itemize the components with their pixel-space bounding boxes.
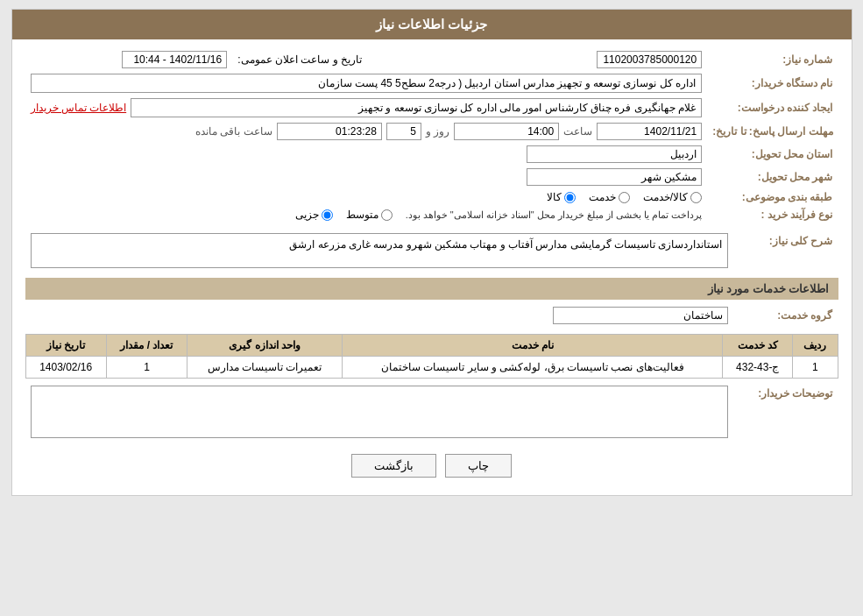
back-button[interactable]: بازگشت xyxy=(351,454,436,478)
khadamat-section-header: اطلاعات خدمات مورد نیاز xyxy=(25,278,838,300)
cell-vahad: تعمیرات تاسیسات مدارس xyxy=(187,357,343,379)
mohlat-label: مهلت ارسال پاسخ: تا تاریخ: xyxy=(707,120,838,143)
gorooh-khedmat-value: ساختمان xyxy=(553,307,728,324)
info-link[interactable]: اطلاعات تماس خریدار xyxy=(31,102,127,114)
cell-name: فعالیت‌های نصب تاسیسات برق، لوله‌کشی و س… xyxy=(343,357,723,379)
radio-kala-khedmat-input[interactable] xyxy=(690,192,702,203)
radio-jozi-input[interactable] xyxy=(322,209,333,221)
radio-khedmat-label: خدمت xyxy=(589,191,616,203)
tozihat-table: توضیحات خریدار: xyxy=(25,383,838,443)
nooa-group: پرداخت تمام یا بخشی از مبلغ خریدار محل "… xyxy=(31,209,703,221)
rooz-label: روز و xyxy=(426,125,449,138)
date-label: تاریخ و ساعت اعلان عمومی: xyxy=(232,48,473,71)
radio-mottaset-input[interactable] xyxy=(381,209,393,221)
table-row: 1ج-43-432فعالیت‌های نصب تاسیسات برق، لول… xyxy=(25,357,838,379)
radio-kala-khedmat-label: کالا/خدمت xyxy=(643,191,688,203)
cell-tedad: 1 xyxy=(106,357,187,379)
sharh-table: شرح کلی نیاز: استانداردسازی تاسیسات گرما… xyxy=(25,230,838,271)
nam-dastgah-value: اداره کل نوسازی توسعه و تجهیز مدارس استا… xyxy=(31,74,703,93)
ostan-value: اردبیل xyxy=(527,145,702,163)
ijad-konande-row: غلام جهانگیری فره چناق کارشناس امور مالی… xyxy=(31,98,703,117)
radio-kala-khedmat: کالا/خدمت xyxy=(643,191,702,203)
nooa-farayand-label: نوع فرآیند خرید : xyxy=(707,206,838,223)
radio-jozi-label: جزیی xyxy=(295,209,319,221)
tabaqe-group: کالا/خدمت خدمت کالا xyxy=(31,191,703,203)
mohlat-row: 1402/11/21 ساعت 14:00 روز و 5 01:23:28 س… xyxy=(31,123,703,140)
cell-code: ج-43-432 xyxy=(723,357,793,379)
mohlat-date: 1402/11/21 xyxy=(597,123,702,140)
nooa-note: پرداخت تمام یا بخشی از مبلغ خریدار محل "… xyxy=(406,209,703,221)
mohlat-rooz: 5 xyxy=(386,123,421,140)
nam-dastgah-label: نام دستگاه خریدار: xyxy=(707,71,838,96)
col-tarikh: تاریخ نیاز xyxy=(25,335,106,357)
tozihat-textarea[interactable] xyxy=(31,386,728,438)
page-title: جزئیات اطلاعات نیاز xyxy=(12,10,852,39)
col-name: نام خدمت xyxy=(343,335,723,357)
cell-tarikh: 1403/02/16 xyxy=(25,357,106,379)
shahr-value: مشکین شهر xyxy=(527,168,702,186)
tabaqe-label: طبقه بندی موضوعی: xyxy=(707,188,838,206)
shomara-label: شماره نیاز: xyxy=(707,48,838,71)
ijad-konande-label: ایجاد کننده درخواست: xyxy=(707,96,838,120)
services-table: ردیف کد خدمت نام خدمت واحد اندازه گیری ت… xyxy=(25,334,838,379)
mohlat-mande: 01:23:28 xyxy=(277,123,382,140)
sharh-niaz-label: شرح کلی نیاز: xyxy=(733,230,838,271)
saat-label: ساعت xyxy=(563,125,592,138)
button-row: چاپ بازگشت xyxy=(25,454,838,478)
ijad-konande-value: غلام جهانگیری فره چناق کارشناس امور مالی… xyxy=(131,98,702,117)
print-button[interactable]: چاپ xyxy=(445,454,512,478)
radio-khedmat-input[interactable] xyxy=(619,192,630,203)
main-container: جزئیات اطلاعات نیاز شماره نیاز: 11020037… xyxy=(11,9,852,496)
radio-kala-label: کالا xyxy=(547,191,562,203)
shomara-niaz-value: 1102003785000120 xyxy=(597,51,702,68)
gorooh-table: گروه خدمت: ساختمان xyxy=(25,304,838,327)
col-code: کد خدمت xyxy=(723,335,793,357)
cell-radif: 1 xyxy=(793,357,838,379)
content-area: شماره نیاز: 1102003785000120 تاریخ و ساع… xyxy=(12,39,852,495)
radio-kala-input[interactable] xyxy=(564,192,576,203)
shomara-value-cell: 1102003785000120 xyxy=(500,48,708,71)
ostan-label: استان محل تحویل: xyxy=(707,143,838,166)
radio-jozi: جزیی xyxy=(295,209,333,221)
col-vahad: واحد اندازه گیری xyxy=(187,335,343,357)
col-radif: ردیف xyxy=(793,335,838,357)
radio-mottaset: متوسط xyxy=(346,209,393,221)
tozihat-label: توضیحات خریدار: xyxy=(733,383,838,443)
top-info-table: شماره نیاز: 1102003785000120 تاریخ و ساع… xyxy=(25,48,838,223)
radio-khedmat: خدمت xyxy=(589,191,630,203)
mande-label: ساعت باقی مانده xyxy=(195,125,272,138)
date-value: 1402/11/16 - 10:44 xyxy=(122,51,227,68)
mohlat-saat: 14:00 xyxy=(454,123,559,140)
radio-mottaset-label: متوسط xyxy=(346,209,378,221)
radio-kala: کالا xyxy=(547,191,576,203)
sharh-niaz-value: استانداردسازی تاسیسات گرمایشی مدارس آفتا… xyxy=(31,233,728,268)
shahr-label: شهر محل تحویل: xyxy=(707,166,838,188)
col-tedad: تعداد / مقدار xyxy=(106,335,187,357)
gorooh-khedmat-label: گروه خدمت: xyxy=(733,304,838,327)
